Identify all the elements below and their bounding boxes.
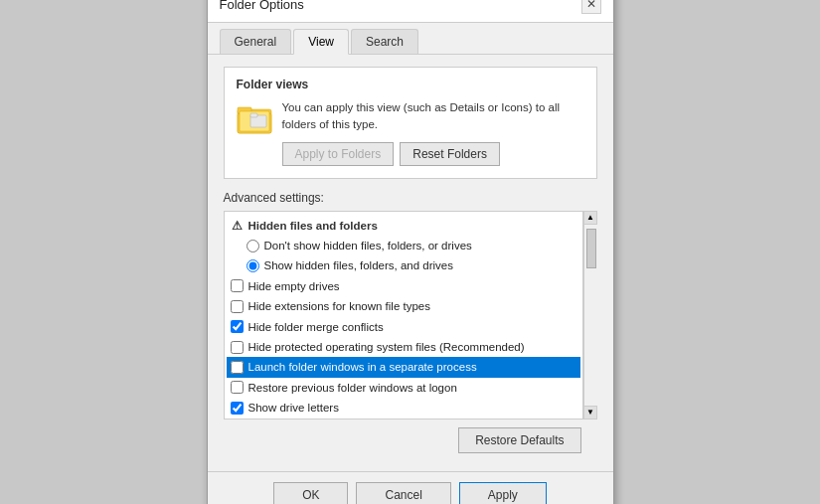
list-item[interactable]: Launch folder windows in a separate proc… — [227, 357, 580, 377]
launch-folder-windows-checkbox[interactable] — [231, 361, 244, 374]
advanced-settings-wrapper: ⚠ Hidden files and folders Don't show hi… — [224, 211, 597, 420]
scroll-down-arrow[interactable]: ▼ — [583, 406, 597, 420]
advanced-settings-label: Advanced settings: — [224, 191, 597, 205]
ok-button[interactable]: OK — [273, 482, 348, 504]
title-bar: Folder Options ✕ — [208, 0, 613, 23]
list-item[interactable]: Hide extensions for known file types — [227, 296, 580, 316]
restore-defaults-row: Restore Defaults — [224, 420, 597, 459]
show-hidden-radio[interactable] — [246, 259, 259, 272]
svg-rect-5 — [250, 113, 257, 117]
view-tab-content: Folder views You can apply this vi — [208, 55, 613, 470]
list-item[interactable]: Show drive letters — [227, 398, 580, 418]
restore-previous-checkbox[interactable] — [231, 381, 244, 394]
scrollbar[interactable]: ▲ ▼ — [583, 211, 597, 420]
list-item[interactable]: Restore previous folder windows at logon — [227, 378, 580, 398]
show-drive-letters-checkbox[interactable] — [231, 402, 244, 415]
folder-views-right: You can apply this view (such as Details… — [282, 99, 584, 165]
hide-merge-conflicts-checkbox[interactable] — [231, 320, 244, 333]
advanced-settings-box[interactable]: ⚠ Hidden files and folders Don't show hi… — [224, 211, 583, 420]
hide-protected-os-checkbox[interactable] — [231, 341, 244, 354]
folder-icon — [237, 101, 272, 137]
folder-views-title: Folder views — [237, 78, 584, 91]
list-item[interactable]: Show hidden files, folders, and drives — [227, 255, 580, 275]
warning-icon: ⚠ — [231, 219, 245, 233]
dont-show-hidden-radio[interactable] — [246, 240, 259, 252]
list-item[interactable]: Show encrypted or compressed NTFS files … — [227, 419, 580, 420]
reset-folders-button[interactable]: Reset Folders — [400, 142, 500, 166]
tab-view[interactable]: View — [293, 29, 349, 55]
apply-to-folders-button[interactable]: Apply to Folders — [282, 142, 395, 166]
close-button[interactable]: ✕ — [581, 0, 601, 14]
list-item: ⚠ Hidden files and folders — [227, 216, 580, 236]
scrollbar-track[interactable] — [584, 225, 597, 406]
apply-button[interactable]: Apply — [459, 482, 547, 504]
scroll-up-arrow[interactable]: ▲ — [583, 211, 597, 225]
scrollbar-thumb[interactable] — [586, 229, 596, 268]
restore-defaults-button[interactable]: Restore Defaults — [458, 427, 580, 453]
list-item[interactable]: Don't show hidden files, folders, or dri… — [227, 236, 580, 255]
folder-views-section: Folder views You can apply this vi — [224, 67, 597, 178]
list-item[interactable]: Hide folder merge conflicts — [227, 317, 580, 337]
dialog-title: Folder Options — [220, 0, 304, 12]
hide-empty-drives-checkbox[interactable] — [231, 279, 244, 292]
dialog-footer: OK Cancel Apply — [208, 471, 613, 504]
tab-general[interactable]: General — [220, 29, 292, 54]
tab-bar: General View Search — [208, 23, 613, 55]
settings-list: ⚠ Hidden files and folders Don't show hi… — [225, 212, 582, 420]
folder-options-dialog: Folder Options ✕ General View Search Fol… — [207, 0, 614, 504]
folder-views-buttons: Apply to Folders Reset Folders — [282, 142, 584, 166]
list-item[interactable]: Hide protected operating system files (R… — [227, 337, 580, 357]
hide-extensions-checkbox[interactable] — [231, 300, 244, 313]
folder-views-description: You can apply this view (such as Details… — [282, 99, 584, 131]
cancel-button[interactable]: Cancel — [356, 482, 450, 504]
tab-search[interactable]: Search — [351, 29, 418, 54]
list-item[interactable]: Hide empty drives — [227, 276, 580, 296]
